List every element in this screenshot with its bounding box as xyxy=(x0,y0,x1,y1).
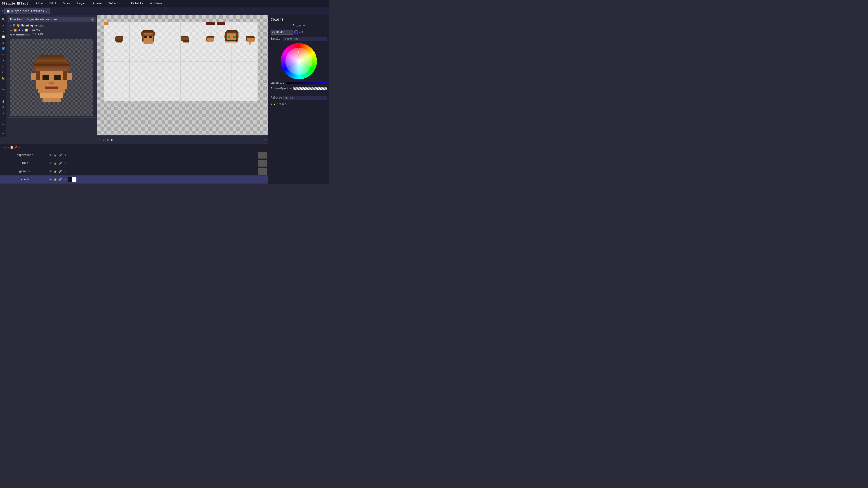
layer-row-lebron[interactable]: lebron 👁 🔒 🔗 ⚙ xyxy=(0,184,268,184)
tool-fill[interactable]: 🪣 xyxy=(1,46,6,51)
prev-frame-icon[interactable]: ⏪ xyxy=(13,29,17,32)
tool-pencil[interactable]: ✏ xyxy=(1,29,6,33)
tool-extra2[interactable]: ⊞ xyxy=(1,131,6,136)
tool-select-rect[interactable]: ▭ xyxy=(1,52,6,57)
svg-rect-31 xyxy=(104,22,108,25)
svg-rect-18 xyxy=(42,98,61,102)
palette-star-icon[interactable]: ★ xyxy=(273,102,275,106)
layer-row-steph[interactable]: steph 👁 🔒 🔗 ⚙ xyxy=(0,175,268,184)
swatch-white xyxy=(72,177,76,182)
palette-settings-icon[interactable]: ⚙ xyxy=(285,102,286,106)
tool-text[interactable]: T xyxy=(1,81,6,86)
tool-measure[interactable]: 📐 xyxy=(1,75,6,80)
layer-cfg-giannis[interactable]: ⚙ xyxy=(63,169,67,173)
tab-close-btn[interactable]: ✕ xyxy=(45,9,47,13)
layer-lock-luka[interactable]: 🔒 xyxy=(53,161,57,165)
delete-layer-btn[interactable]: ✕ xyxy=(7,146,9,149)
primary-label: Primary xyxy=(271,24,327,27)
tool-zoom[interactable]: 🔍 xyxy=(1,17,6,22)
tool-extra1[interactable]: ⊕ xyxy=(1,122,6,127)
layer-lock-giannis[interactable]: 🔒 xyxy=(53,169,57,173)
layer-link-steph[interactable]: 🔗 xyxy=(58,177,62,182)
svg-rect-32 xyxy=(206,22,215,25)
palette-icon-4[interactable]: ⊟ xyxy=(279,102,281,106)
palette-add-icon[interactable]: ✦ xyxy=(271,102,272,106)
palette-icon-3[interactable]: ↕ xyxy=(276,102,278,106)
sampler-value[interactable]: Color whe xyxy=(283,37,327,41)
color-wheel[interactable] xyxy=(281,43,317,79)
layer-vis-steph[interactable]: 👁 xyxy=(49,177,53,182)
tool-curve[interactable]: 〰 xyxy=(1,87,6,92)
menu-view[interactable]: View xyxy=(62,1,72,6)
canvas-tool-3[interactable]: ⊡ xyxy=(107,138,109,142)
layer-cfg-luka[interactable]: ⚙ xyxy=(63,161,67,165)
play-icon[interactable]: ▶ xyxy=(22,29,24,32)
menu-edit[interactable]: Edit xyxy=(48,1,58,6)
ping-pong-icon[interactable]: ↔ xyxy=(29,29,31,31)
layer-cfg-experiment[interactable]: ⚙ xyxy=(63,153,67,157)
rewind-icon[interactable]: ⏮ xyxy=(10,29,12,32)
color-options-icon[interactable]: ≡ xyxy=(302,31,303,33)
color-circle[interactable] xyxy=(294,30,298,34)
menu-layer[interactable]: Layer xyxy=(76,1,87,6)
speed-down-btn[interactable]: ◀ xyxy=(10,33,11,36)
layer-row-luka[interactable]: luka 👁 🔒 🔗 ⚙ xyxy=(0,159,268,167)
layer-icons-giannis: 👁 🔒 🔗 ⚙ xyxy=(48,169,68,173)
project-tab[interactable]: 📄 player-head-textures ✕ xyxy=(4,8,50,14)
layer-row-experiment[interactable]: experiment 👁 🔒 🔗 ⚙ xyxy=(0,151,268,159)
loop-icon[interactable]: 🔁 xyxy=(25,29,28,32)
layer-vis-luka[interactable]: 👁 xyxy=(49,161,53,165)
value-dec-btn[interactable]: ◀ xyxy=(280,82,282,85)
tool-eraser[interactable]: ⬜ xyxy=(1,34,6,39)
tool-smudge[interactable]: 🖊 xyxy=(1,105,6,110)
layer-lock-steph[interactable]: 🔒 xyxy=(53,177,57,182)
value-inc-btn[interactable]: ▶ xyxy=(283,82,285,85)
canvas-tool-1[interactable]: ↔ xyxy=(99,138,101,142)
menu-bar: Stipple Effect File Edit View Layer Fram… xyxy=(0,0,329,7)
layer-lock-experiment[interactable]: 🔒 xyxy=(53,153,57,157)
tool-transform[interactable]: ↔ xyxy=(1,93,6,98)
tool-brush[interactable]: ◻ xyxy=(1,40,6,45)
layer-row-giannis[interactable]: giannis 👁 🔒 🔗 ⚙ xyxy=(0,167,268,175)
tool-move[interactable]: ✚ xyxy=(1,23,6,28)
layer-link-giannis[interactable]: 🔗 xyxy=(58,169,62,173)
alpha-slider[interactable] xyxy=(293,88,327,90)
tool-script[interactable]: ⚗ xyxy=(1,111,6,116)
merge-layer-btn[interactable]: 📌 xyxy=(14,146,18,149)
tool-shape[interactable]: ⬡ xyxy=(1,70,6,74)
svg-rect-33 xyxy=(217,22,225,25)
record-icon[interactable]: ⏺ xyxy=(18,29,21,32)
menu-palette[interactable]: Palette xyxy=(130,1,145,6)
canvas-tool-2[interactable]: ⤢ xyxy=(103,138,105,142)
preview-close-btn[interactable]: x xyxy=(91,18,94,22)
tool-line[interactable]: ╱ xyxy=(1,64,6,69)
svg-rect-47 xyxy=(149,36,152,38)
canvas-area[interactable] xyxy=(97,15,268,135)
layer-vis-giannis[interactable]: 👁 xyxy=(49,169,53,173)
menu-actions[interactable]: Actions xyxy=(149,1,164,6)
hex-color-input[interactable] xyxy=(271,30,293,35)
layer-cfg-steph[interactable]: ⚙ xyxy=(63,177,67,182)
layer-link-experiment[interactable]: 🔗 xyxy=(58,153,62,157)
menu-selection[interactable]: Selection xyxy=(107,1,125,6)
layer-toolbar: + ✏ ✕ 📋 📌 ⚙ xyxy=(0,144,268,151)
add-layer-btn[interactable]: + xyxy=(2,145,4,150)
svg-rect-72 xyxy=(246,36,254,37)
edit-layer-btn[interactable]: ✏ xyxy=(5,146,6,149)
tool-select-wand[interactable]: ✦ xyxy=(1,58,6,63)
menu-file[interactable]: File xyxy=(34,1,44,6)
value-slider[interactable] xyxy=(286,82,327,84)
color-swap-icon[interactable]: ⇄ xyxy=(299,31,301,34)
tool-eyedropper[interactable]: 💧 xyxy=(1,99,6,104)
speed-up-btn[interactable]: ▶ xyxy=(13,33,15,36)
layer-settings-btn[interactable]: ⚙ xyxy=(19,146,20,149)
menu-frame[interactable]: Frame xyxy=(91,1,103,6)
svg-rect-69 xyxy=(227,41,236,42)
duplicate-layer-btn[interactable]: 📋 xyxy=(10,146,13,149)
layer-link-luka[interactable]: 🔗 xyxy=(58,161,62,165)
palette-icon-5[interactable]: ≡ xyxy=(282,102,284,106)
value-row: Value ◀ ▶ xyxy=(271,82,327,85)
canvas-close-btn[interactable]: ✕ xyxy=(265,138,266,141)
layer-vis-experiment[interactable]: 👁 xyxy=(49,153,53,157)
canvas-tool-settings[interactable]: ⚙ xyxy=(111,137,114,142)
